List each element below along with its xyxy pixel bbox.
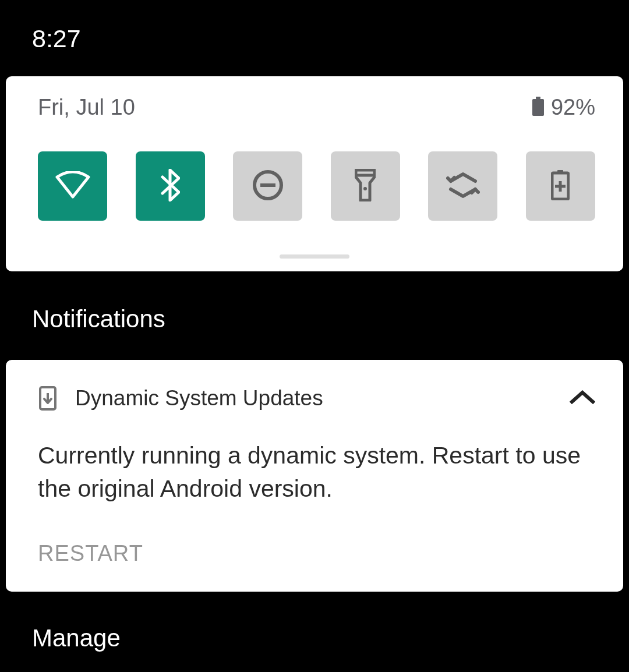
wifi-tile[interactable] <box>38 151 107 221</box>
notification-app-name: Dynamic System Updates <box>75 386 323 411</box>
quick-settings-date: Fri, Jul 10 <box>38 95 135 120</box>
battery-saver-icon <box>551 170 570 203</box>
quick-settings-tiles <box>6 120 623 221</box>
svg-point-5 <box>363 187 367 190</box>
bluetooth-icon <box>160 169 180 204</box>
bluetooth-tile[interactable] <box>136 151 205 221</box>
notification-app-info: Dynamic System Updates <box>38 385 323 411</box>
auto-rotate-icon <box>446 172 480 201</box>
do-not-disturb-icon <box>252 169 284 203</box>
do-not-disturb-tile[interactable] <box>233 151 302 221</box>
status-time: 8:27 <box>32 24 597 53</box>
notifications-header: Notifications <box>0 271 629 333</box>
status-bar: 8:27 <box>0 0 629 70</box>
notification-card-header: Dynamic System Updates <box>38 385 595 411</box>
quick-settings-header: Fri, Jul 10 92% <box>6 95 623 120</box>
quick-settings-panel: Fri, Jul 10 92% <box>6 76 623 271</box>
svg-rect-1 <box>532 99 544 116</box>
restart-button[interactable]: RESTART <box>38 541 143 566</box>
quick-settings-handle[interactable] <box>6 221 623 261</box>
wifi-icon <box>55 171 91 201</box>
battery-icon <box>532 97 544 118</box>
flashlight-tile[interactable] <box>331 151 400 221</box>
manage-button[interactable]: Manage <box>0 592 629 652</box>
notification-card[interactable]: Dynamic System Updates Currently running… <box>6 360 623 592</box>
battery-status[interactable]: 92% <box>532 95 595 120</box>
notification-body: Currently running a dynamic system. Rest… <box>38 411 595 505</box>
battery-percent: 92% <box>551 95 595 120</box>
battery-saver-tile[interactable] <box>526 151 595 221</box>
system-update-icon <box>38 385 58 411</box>
drag-handle-icon <box>280 254 349 259</box>
notification-actions: RESTART <box>38 505 595 566</box>
flashlight-icon <box>355 169 376 204</box>
collapse-icon[interactable] <box>570 390 595 406</box>
svg-rect-0 <box>536 97 540 99</box>
auto-rotate-tile[interactable] <box>428 151 497 221</box>
